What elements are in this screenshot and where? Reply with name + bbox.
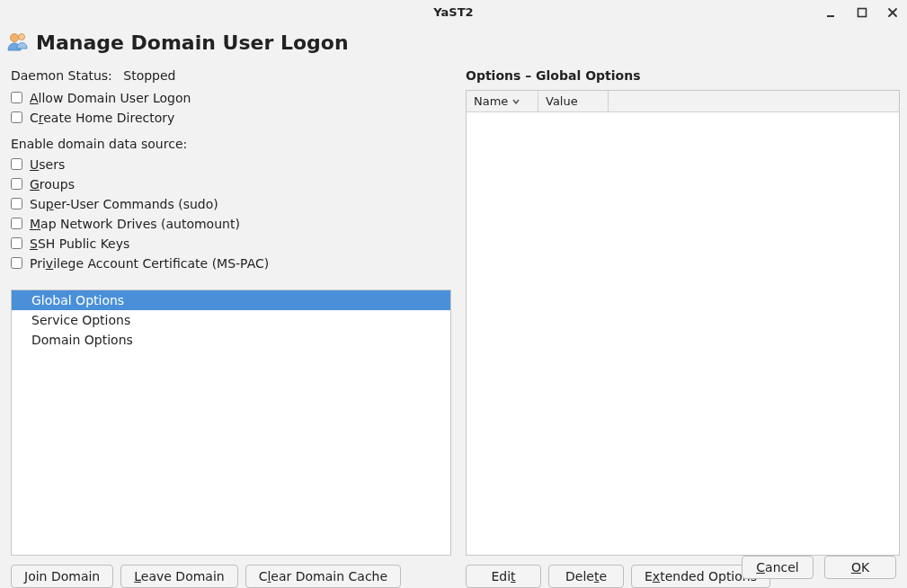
titlebar: YaST2 (0, 0, 907, 25)
page-title: Manage Domain User Logon (36, 31, 349, 54)
enable-domain-data-source-label: Enable domain data source: (11, 137, 451, 151)
users-label[interactable]: Users (30, 157, 65, 172)
right-pane: Options – Global Options Name Value (466, 68, 900, 588)
sudo-checkbox[interactable] (11, 198, 22, 209)
privilege-account-certificate-label[interactable]: Privilege Account Certificate (MS-PAC) (30, 256, 269, 271)
create-home-directory-checkbox[interactable] (11, 111, 22, 123)
groups-label[interactable]: Groups (30, 177, 75, 192)
cancel-button[interactable]: Cancel (742, 556, 814, 579)
svg-rect-0 (827, 15, 834, 17)
column-header-value-label: Value (546, 94, 578, 108)
map-network-drives-checkbox[interactable] (11, 218, 22, 229)
column-header-value[interactable]: Value (538, 91, 609, 111)
options-table: Name Value (466, 90, 900, 556)
ssh-public-keys-checkbox[interactable] (11, 237, 22, 249)
privilege-account-certificate-checkbox[interactable] (11, 257, 22, 269)
window-title: YaST2 (433, 5, 473, 19)
options-heading: Options – Global Options (466, 68, 900, 83)
map-network-drives-label[interactable]: Map Network Drives (automount) (30, 217, 240, 231)
create-home-directory-label[interactable]: Create Home Directory (30, 111, 174, 125)
chevron-down-icon (511, 97, 520, 106)
svg-rect-1 (858, 9, 867, 17)
header: Manage Domain User Logon (0, 25, 907, 58)
ssh-public-keys-label[interactable]: SSH Public Keys (30, 236, 129, 251)
dialog-footer: Cancel OK (0, 556, 907, 579)
svg-point-3 (19, 34, 25, 40)
users-checkbox[interactable] (11, 158, 22, 170)
app-icon (5, 31, 29, 54)
allow-domain-user-logon-checkbox[interactable] (11, 92, 22, 103)
svg-point-2 (11, 34, 19, 42)
column-header-name-label: Name (474, 94, 508, 108)
daemon-status-row: Daemon Status: Stopped (11, 68, 451, 83)
options-domain-options-item[interactable]: Domain Options (12, 330, 450, 350)
maximize-icon[interactable] (855, 5, 869, 20)
window-controls (824, 0, 900, 25)
close-icon[interactable] (885, 5, 900, 20)
column-header-name[interactable]: Name (467, 91, 538, 111)
daemon-status-value: Stopped (123, 68, 175, 83)
left-pane: Daemon Status: Stopped Allow Domain User… (11, 68, 451, 588)
sudo-label[interactable]: Super-User Commands (sudo) (30, 197, 218, 211)
ok-button[interactable]: OK (824, 556, 896, 579)
daemon-status-label: Daemon Status: (11, 68, 112, 83)
groups-checkbox[interactable] (11, 178, 22, 190)
options-service-options-item[interactable]: Service Options (12, 310, 450, 330)
options-global-options-item[interactable]: Global Options (12, 290, 450, 310)
options-category-list[interactable]: Global Options Service Options Domain Op… (11, 290, 451, 556)
allow-domain-user-logon-label[interactable]: Allow Domain User Logon (30, 91, 191, 105)
minimize-icon[interactable] (824, 5, 839, 20)
column-header-filler (609, 91, 899, 111)
options-table-header: Name Value (467, 91, 899, 112)
options-table-body[interactable] (467, 112, 899, 555)
